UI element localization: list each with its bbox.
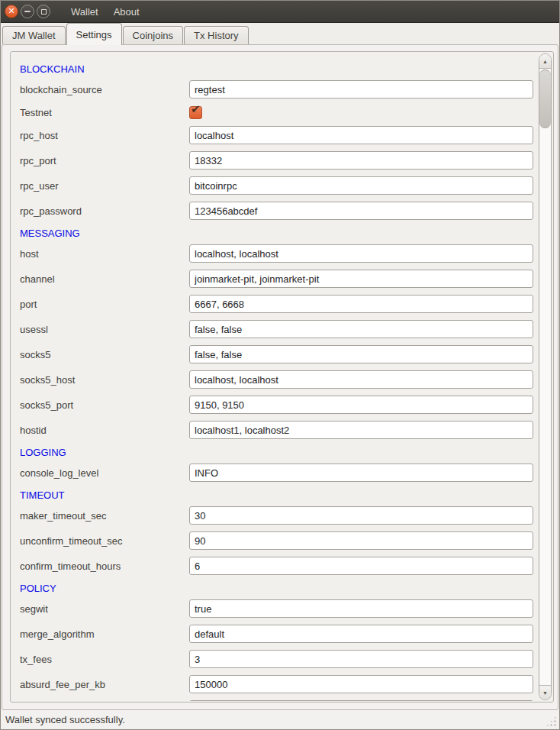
settings-row: tx_fees bbox=[20, 650, 535, 668]
channel-input[interactable] bbox=[189, 270, 533, 288]
minimize-icon bbox=[24, 11, 31, 12]
settings-row: host bbox=[20, 244, 535, 263]
merge_algorithm-input[interactable] bbox=[189, 625, 533, 643]
field-label: maker_timeout_sec bbox=[20, 510, 189, 522]
menu-bar: Wallet About bbox=[63, 1, 147, 23]
field-label: tx_fees bbox=[20, 654, 189, 665]
settings-row: hostid bbox=[20, 421, 535, 439]
field-label: blockchain_source bbox=[20, 84, 189, 95]
tab-settings[interactable]: Settings bbox=[66, 23, 122, 45]
settings-row: console_log_level bbox=[20, 464, 535, 482]
tab-jm-wallet[interactable]: JM Wallet bbox=[2, 26, 66, 44]
settings-row: absurd_fee_per_kb bbox=[20, 675, 535, 693]
close-icon: ✕ bbox=[8, 7, 14, 15]
usessl-input[interactable] bbox=[189, 320, 533, 338]
field-label: unconfirm_timeout_sec bbox=[20, 535, 189, 547]
section-header: POLICY bbox=[20, 582, 535, 595]
field-label: Testnet bbox=[20, 107, 189, 118]
settings-row: rpc_host bbox=[20, 126, 535, 144]
port-input[interactable] bbox=[189, 295, 533, 313]
menu-wallet[interactable]: Wallet bbox=[63, 1, 106, 23]
up-arrow-icon: ▲ bbox=[542, 59, 548, 64]
settings-row: port bbox=[20, 295, 535, 313]
settings-row: maker_timeout_sec bbox=[20, 506, 535, 525]
maker_timeout_sec-input[interactable] bbox=[189, 506, 533, 525]
field-label: rpc_password bbox=[20, 205, 189, 217]
tab-label: Coinjoins bbox=[133, 30, 173, 41]
field-label: console_log_level bbox=[20, 467, 189, 479]
settings-row: merge_algorithm bbox=[20, 625, 535, 643]
socks5_host-input[interactable] bbox=[189, 370, 533, 389]
field-label: segwit bbox=[20, 603, 189, 615]
minimize-button[interactable] bbox=[21, 5, 34, 18]
settings-row: blockchain_source bbox=[20, 80, 535, 99]
field-label: host bbox=[20, 248, 189, 260]
settings-row: segwit bbox=[20, 599, 535, 618]
socks5_port-input[interactable] bbox=[189, 396, 533, 414]
field-label: usessl bbox=[20, 324, 189, 335]
maximize-button[interactable] bbox=[37, 5, 50, 18]
status-bar: Wallet synced successfully. bbox=[1, 710, 559, 729]
settings-row: rpc_port bbox=[20, 151, 535, 170]
tab-coinjoins[interactable]: Coinjoins bbox=[123, 26, 183, 44]
scroll-down-button[interactable]: ▼ bbox=[539, 685, 551, 699]
testnet-checkbox[interactable]: ✔ bbox=[189, 106, 202, 119]
settings-row: Testnet✔ bbox=[20, 105, 535, 119]
field-label: socks5_host bbox=[20, 374, 189, 386]
socks5-input[interactable] bbox=[189, 345, 533, 363]
app-window: ✕ Wallet About JM Wallet Settings Coinjo… bbox=[0, 0, 560, 730]
field-label: port bbox=[20, 299, 189, 310]
scroll-up-button[interactable]: ▲ bbox=[539, 54, 551, 69]
scrollbar-thumb[interactable] bbox=[539, 69, 551, 128]
checkmark-icon: ✔ bbox=[191, 102, 201, 116]
segwit-input[interactable] bbox=[189, 599, 533, 618]
section-header: LOGGING bbox=[20, 446, 535, 459]
rpc_host-input[interactable] bbox=[189, 126, 533, 144]
menu-about[interactable]: About bbox=[106, 1, 147, 23]
rpc_port-input[interactable] bbox=[189, 151, 533, 170]
settings-row: unconfirm_timeout_sec bbox=[20, 531, 535, 550]
field-label: rpc_port bbox=[20, 155, 189, 166]
settings-row: rpc_user bbox=[20, 176, 535, 195]
resize-grip-icon[interactable] bbox=[546, 715, 557, 727]
settings-row bbox=[20, 700, 535, 701]
field-label: rpc_user bbox=[20, 180, 189, 192]
field-label: absurd_fee_per_kb bbox=[20, 679, 189, 690]
rpc_user-input[interactable] bbox=[189, 176, 533, 195]
rpc_password-input[interactable] bbox=[189, 202, 533, 220]
title-bar: ✕ Wallet About bbox=[1, 1, 559, 23]
field-label: merge_algorithm bbox=[20, 628, 189, 640]
clipped-input[interactable] bbox=[189, 700, 533, 701]
tab-bar: JM Wallet Settings Coinjoins Tx History bbox=[1, 23, 559, 44]
tab-label: Settings bbox=[76, 29, 112, 40]
hostid-input[interactable] bbox=[189, 421, 533, 439]
field-label: socks5 bbox=[20, 349, 189, 360]
settings-row: confirm_timeout_hours bbox=[20, 557, 535, 575]
console_log_level-input[interactable] bbox=[189, 464, 533, 482]
field-label: hostid bbox=[20, 425, 189, 436]
section-header: BLOCKCHAIN bbox=[20, 63, 535, 76]
absurd_fee_per_kb-input[interactable] bbox=[189, 675, 533, 693]
vertical-scrollbar[interactable]: ▲ ▼ bbox=[539, 53, 552, 700]
settings-row: socks5_port bbox=[20, 396, 535, 414]
settings-row: usessl bbox=[20, 320, 535, 338]
confirm_timeout_hours-input[interactable] bbox=[189, 557, 533, 575]
maximize-icon bbox=[41, 9, 47, 15]
tab-tx-history[interactable]: Tx History bbox=[184, 26, 249, 44]
host-input[interactable] bbox=[189, 244, 533, 263]
field-label: channel bbox=[20, 273, 189, 285]
settings-row: channel bbox=[20, 270, 535, 288]
status-message: Wallet synced successfully. bbox=[5, 714, 125, 725]
field-label: confirm_timeout_hours bbox=[20, 560, 189, 572]
settings-rows: BLOCKCHAINblockchain_sourceTestnet✔rpc_h… bbox=[11, 52, 535, 701]
settings-scroll-area: BLOCKCHAINblockchain_sourceTestnet✔rpc_h… bbox=[10, 51, 554, 703]
field-label: rpc_host bbox=[20, 130, 189, 141]
settings-pane: BLOCKCHAINblockchain_sourceTestnet✔rpc_h… bbox=[2, 44, 558, 710]
unconfirm_timeout_sec-input[interactable] bbox=[189, 531, 533, 550]
blockchain_source-input[interactable] bbox=[189, 80, 533, 99]
settings-row: socks5_host bbox=[20, 370, 535, 389]
close-button[interactable]: ✕ bbox=[5, 5, 18, 18]
window-controls: ✕ bbox=[1, 5, 51, 18]
down-arrow-icon: ▼ bbox=[542, 690, 548, 696]
tx_fees-input[interactable] bbox=[189, 650, 533, 668]
